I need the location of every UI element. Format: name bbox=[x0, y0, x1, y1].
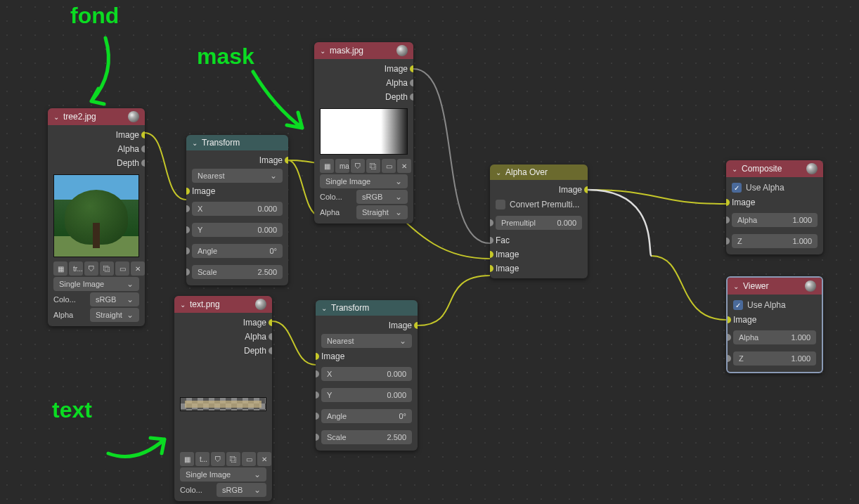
collapse-icon[interactable]: ⌄ bbox=[320, 47, 325, 55]
x-field[interactable]: X0.000 bbox=[321, 367, 412, 381]
socket-out[interactable] bbox=[269, 319, 272, 326]
source-dropdown[interactable]: Single Image bbox=[320, 174, 408, 188]
node-header[interactable]: ⌄ text.png bbox=[174, 296, 272, 313]
image-icon[interactable]: ▦ bbox=[53, 261, 67, 276]
socket-out[interactable] bbox=[410, 93, 413, 101]
socket-in[interactable] bbox=[726, 217, 730, 224]
node-header[interactable]: ⌄ Viewer bbox=[728, 278, 822, 295]
node-alpha-over[interactable]: ⌄ Alpha Over Image Convert Premulti... P… bbox=[490, 164, 588, 278]
socket-in[interactable] bbox=[726, 316, 731, 323]
close-icon[interactable]: ✕ bbox=[257, 452, 271, 466]
socket-in[interactable] bbox=[316, 353, 319, 360]
node-header[interactable]: ⌄ Composite bbox=[726, 160, 823, 177]
users-icon[interactable]: ⛉ bbox=[351, 159, 365, 173]
alpha-dropdown[interactable]: Straight bbox=[356, 205, 408, 219]
collapse-icon[interactable]: ⌄ bbox=[321, 304, 327, 312]
unlink-icon[interactable]: ⿻ bbox=[226, 452, 240, 466]
filter-dropdown[interactable]: Nearest bbox=[321, 334, 412, 348]
socket-in[interactable] bbox=[316, 413, 319, 420]
source-dropdown[interactable]: Single Image bbox=[180, 467, 266, 482]
angle-field[interactable]: Angle0° bbox=[321, 409, 412, 423]
unlink-icon[interactable]: ⿻ bbox=[366, 159, 380, 173]
node-transform-2[interactable]: ⌄ Transform Image Nearest Image X0.000 Y… bbox=[316, 300, 418, 451]
image-name-field[interactable]: ma bbox=[335, 159, 349, 173]
socket-in[interactable] bbox=[186, 205, 190, 212]
socket-in[interactable] bbox=[186, 247, 190, 254]
socket-in[interactable] bbox=[186, 226, 190, 233]
node-header[interactable]: ⌄ tree2.jpg bbox=[48, 108, 145, 125]
close-icon[interactable]: ✕ bbox=[131, 261, 145, 276]
collapse-icon[interactable]: ⌄ bbox=[180, 301, 186, 309]
z-field[interactable]: Z1.000 bbox=[733, 351, 816, 366]
source-dropdown[interactable]: Single Image bbox=[53, 277, 139, 291]
collapse-icon[interactable]: ⌄ bbox=[733, 283, 739, 290]
socket-in[interactable] bbox=[726, 199, 730, 206]
socket-out[interactable] bbox=[269, 347, 272, 354]
socket-in[interactable] bbox=[490, 251, 493, 258]
open-icon[interactable]: ▭ bbox=[382, 159, 396, 173]
socket-in[interactable] bbox=[316, 370, 319, 377]
scale-field[interactable]: Scale2.500 bbox=[192, 265, 283, 279]
image-name-field[interactable]: t... bbox=[195, 452, 209, 466]
filter-dropdown[interactable]: Nearest bbox=[192, 169, 283, 183]
socket-in[interactable] bbox=[186, 188, 190, 195]
y-field[interactable]: Y0.000 bbox=[192, 223, 283, 237]
alpha-field[interactable]: Alpha1.000 bbox=[732, 213, 818, 227]
x-field[interactable]: X0.000 bbox=[192, 202, 283, 216]
socket-in[interactable] bbox=[186, 269, 190, 276]
users-icon[interactable]: ⛉ bbox=[84, 261, 98, 276]
socket-in[interactable] bbox=[726, 355, 731, 362]
open-icon[interactable]: ▭ bbox=[115, 261, 129, 276]
socket-out[interactable] bbox=[269, 333, 272, 340]
premul-field[interactable]: Premultipl0.000 bbox=[496, 216, 582, 230]
users-icon[interactable]: ⛉ bbox=[211, 452, 225, 466]
node-header[interactable]: ⌄ Transform bbox=[186, 135, 288, 150]
socket-out[interactable] bbox=[285, 157, 288, 164]
image-icon[interactable]: ▦ bbox=[180, 452, 194, 466]
node-image-text[interactable]: ⌄ text.png Image Alpha Depth ▦ t... ⛉ ⿻ … bbox=[174, 296, 272, 501]
z-field[interactable]: Z1.000 bbox=[732, 234, 818, 248]
open-icon[interactable]: ▭ bbox=[242, 452, 256, 466]
node-viewer[interactable]: ⌄ Viewer ✓ Use Alpha Image Alpha1.000 Z1… bbox=[726, 276, 823, 373]
alpha-dropdown[interactable]: Straight bbox=[90, 308, 139, 322]
socket-out[interactable] bbox=[141, 146, 145, 153]
collapse-icon[interactable]: ⌄ bbox=[53, 113, 59, 121]
alpha-field[interactable]: Alpha1.000 bbox=[733, 330, 816, 344]
node-image-tree[interactable]: ⌄ tree2.jpg Image Alpha Depth ▦ tr... ⛉ … bbox=[48, 108, 145, 326]
y-field[interactable]: Y0.000 bbox=[321, 388, 412, 402]
convert-premul-checkbox[interactable]: Convert Premulti... bbox=[490, 197, 588, 212]
socket-out[interactable] bbox=[410, 79, 413, 86]
socket-out[interactable] bbox=[141, 160, 145, 167]
socket-out[interactable] bbox=[414, 322, 418, 329]
collapse-icon[interactable]: ⌄ bbox=[192, 139, 198, 147]
collapse-icon[interactable]: ⌄ bbox=[496, 169, 501, 176]
image-icon[interactable]: ▦ bbox=[320, 159, 334, 173]
socket-in[interactable] bbox=[490, 265, 493, 272]
node-header[interactable]: ⌄ Alpha Over bbox=[490, 164, 588, 180]
socket-in[interactable] bbox=[316, 392, 319, 399]
socket-in[interactable] bbox=[726, 334, 731, 341]
node-image-mask[interactable]: ⌄ mask.jpg Image Alpha Depth ▦ ma ⛉ ⿻ ▭ … bbox=[314, 42, 413, 224]
socket-out[interactable] bbox=[141, 131, 145, 138]
unlink-icon[interactable]: ⿻ bbox=[100, 261, 114, 276]
use-alpha-checkbox[interactable]: ✓ Use Alpha bbox=[728, 297, 822, 313]
node-transform-1[interactable]: ⌄ Transform Image Nearest Image X0.000 Y… bbox=[186, 135, 288, 285]
socket-out[interactable] bbox=[584, 186, 588, 193]
socket-in[interactable] bbox=[490, 237, 493, 244]
socket-in[interactable] bbox=[490, 219, 493, 226]
node-header[interactable]: ⌄ Transform bbox=[316, 300, 418, 316]
scale-field[interactable]: Scale2.500 bbox=[321, 430, 412, 444]
image-name-field[interactable]: tr... bbox=[69, 261, 83, 276]
socket-in[interactable] bbox=[316, 434, 319, 441]
colorspace-dropdown[interactable]: sRGB bbox=[356, 190, 408, 204]
close-icon[interactable]: ✕ bbox=[397, 159, 411, 173]
socket-in[interactable] bbox=[726, 238, 730, 245]
colorspace-dropdown[interactable]: sRGB bbox=[90, 292, 139, 306]
collapse-icon[interactable]: ⌄ bbox=[732, 165, 737, 173]
node-header[interactable]: ⌄ mask.jpg bbox=[314, 42, 413, 59]
colorspace-dropdown[interactable]: sRGB bbox=[217, 483, 266, 497]
angle-field[interactable]: Angle0° bbox=[192, 244, 283, 258]
socket-out[interactable] bbox=[410, 65, 413, 72]
use-alpha-checkbox[interactable]: ✓ Use Alpha bbox=[726, 180, 823, 195]
node-composite[interactable]: ⌄ Composite ✓ Use Alpha Image Alpha1.000… bbox=[726, 160, 823, 254]
